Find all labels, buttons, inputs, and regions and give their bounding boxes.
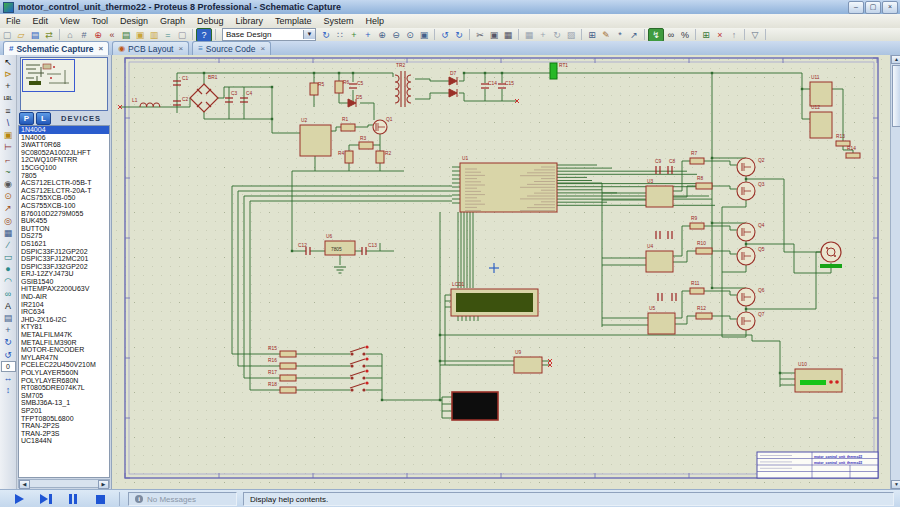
device-item[interactable]: B76010D2279M055 (19, 210, 109, 218)
zoom-to-sheet-icon[interactable]: = (161, 29, 175, 41)
device-item[interactable]: METALFILM47K (19, 331, 109, 339)
menu-library[interactable]: Library (229, 16, 269, 26)
step-button[interactable] (37, 493, 55, 505)
menu-edit[interactable]: Edit (27, 16, 55, 26)
device-item[interactable]: TFPT0805L6800 (19, 415, 109, 423)
wire-label-mode-icon[interactable]: LBL (1, 93, 15, 105)
device-item[interactable]: HITEMPAX2200U63V (19, 285, 109, 293)
maximize-button[interactable]: ▢ (865, 1, 881, 14)
label-U4[interactable]: U4 (647, 244, 653, 249)
label-R17[interactable]: R17 (268, 370, 277, 375)
redraw-icon[interactable]: ↻ (319, 29, 333, 41)
menu-design[interactable]: Design (114, 16, 154, 26)
label-C5[interactable]: C5 (357, 81, 363, 86)
device-item[interactable]: BUTTON (19, 225, 109, 233)
menu-system[interactable]: System (318, 16, 360, 26)
zoom-out-icon[interactable]: ⊖ (389, 29, 403, 41)
generator-mode-icon[interactable]: ⊙ (1, 190, 15, 202)
device-item[interactable]: 1N4006 (19, 134, 109, 142)
label-Q4[interactable]: Q4 (758, 223, 765, 228)
paste-icon[interactable]: ▦ (501, 29, 515, 41)
label-C3[interactable]: C3 (231, 91, 237, 96)
menu-help[interactable]: Help (360, 16, 391, 26)
menu-view[interactable]: View (54, 16, 85, 26)
label-RT1[interactable]: RT1 (559, 63, 568, 68)
zoom-all-icon[interactable]: ⊙ (403, 29, 417, 41)
center-at-cursor-icon[interactable]: + (361, 29, 375, 41)
help-icon[interactable]: ? (196, 28, 212, 42)
decompose-icon[interactable]: ↗ (627, 29, 641, 41)
label-R11[interactable]: R11 (691, 281, 700, 286)
label-R15[interactable]: R15 (268, 346, 277, 351)
2d-text-mode-icon[interactable]: A (1, 300, 15, 312)
device-item[interactable]: BUK455 (19, 217, 109, 225)
tape-recorder-mode-icon[interactable]: ◉ (1, 178, 15, 190)
device-item[interactable]: UC1844N (19, 437, 109, 445)
label-Q1[interactable]: Q1 (386, 117, 393, 122)
graph-mode-icon[interactable]: ~ (1, 166, 15, 178)
device-item[interactable]: METALFILM390R (19, 339, 109, 347)
device-item[interactable]: DSPIC33FJ12GP202 (19, 248, 109, 256)
device-item[interactable]: SP201 (19, 407, 109, 415)
redo-icon[interactable]: ↻ (452, 29, 466, 41)
label-R5[interactable]: R5 (318, 82, 324, 87)
component-L1[interactable] (140, 103, 160, 107)
device-pins-mode-icon[interactable]: ⌐ (1, 154, 15, 166)
label-R13[interactable]: R13 (836, 134, 845, 139)
wire-autorouter-icon[interactable]: ↯ (648, 28, 664, 42)
device-item[interactable]: TRAN-2P3S (19, 430, 109, 438)
device-item[interactable]: PCELEC22U450V210M (19, 361, 109, 369)
close-button[interactable]: × (882, 1, 898, 14)
device-item[interactable]: 15CGQ100 (19, 164, 109, 172)
design-explorer-icon[interactable]: ▤ (119, 29, 133, 41)
origin-icon[interactable]: ⊕ (91, 29, 105, 41)
virtual-instruments-mode-icon[interactable]: ▦ (1, 227, 15, 239)
label-U3[interactable]: U3 (647, 179, 653, 184)
2d-arc-mode-icon[interactable]: ◠ (1, 275, 15, 287)
component-TR2[interactable] (395, 71, 411, 107)
label-Q7[interactable]: Q7 (758, 312, 765, 317)
label-LCD1[interactable]: LCD1 (452, 282, 465, 287)
device-item[interactable]: 12CWQ10FNTRR (19, 156, 109, 164)
search-tag-icon[interactable]: ∞ (664, 29, 678, 41)
exit-to-parent-icon[interactable]: ↑ (727, 29, 741, 41)
menu-file[interactable]: File (0, 16, 27, 26)
diodes[interactable] (348, 77, 457, 107)
label-R2[interactable]: R2 (385, 151, 391, 156)
current-probe-mode-icon[interactable]: ◎ (1, 214, 15, 226)
label-R18[interactable]: R18 (268, 382, 277, 387)
toggle-grid-icon[interactable]: # (77, 29, 91, 41)
device-item[interactable]: IND-AIR (19, 293, 109, 301)
block-move-icon[interactable]: + (536, 29, 550, 41)
label-R8[interactable]: R8 (697, 176, 703, 181)
device-item[interactable]: ERJ-12ZYJ473U (19, 270, 109, 278)
menu-tool[interactable]: Tool (85, 16, 114, 26)
label-C2[interactable]: C2 (182, 97, 188, 102)
label-C1[interactable]: C1 (182, 76, 188, 81)
2d-circle-mode-icon[interactable]: ● (1, 263, 15, 275)
pick-parts-icon[interactable]: ⊞ (585, 29, 599, 41)
2d-path-mode-icon[interactable]: ∞ (1, 288, 15, 300)
2d-line-mode-icon[interactable]: ∕ (1, 239, 15, 251)
label-TR2[interactable]: TR2 (396, 63, 405, 68)
label-D5[interactable]: D5 (356, 95, 362, 100)
label-R1[interactable]: R1 (342, 117, 348, 122)
junction-dot-mode-icon[interactable]: + (1, 80, 15, 92)
device-item[interactable]: RT0805DRE074K7L (19, 384, 109, 392)
scroll-down-arrow[interactable]: ▼ (891, 480, 900, 489)
device-item[interactable]: KTY81 (19, 323, 109, 331)
label-R10[interactable]: R10 (697, 241, 706, 246)
device-item[interactable]: ACS755XCB-100 (19, 202, 109, 210)
device-item[interactable]: ACS755XCB-050 (19, 194, 109, 202)
label-U1[interactable]: U1 (462, 156, 468, 161)
stop-button[interactable] (91, 493, 109, 505)
close-icon[interactable]: × (98, 44, 103, 53)
new-root-sheet-icon[interactable]: ⊞ (699, 29, 713, 41)
device-item[interactable]: IRC634 (19, 308, 109, 316)
menu-graph[interactable]: Graph (154, 16, 191, 26)
tab-pcb-layout[interactable]: ◉PCB Layout× (112, 41, 189, 55)
schematic-canvas[interactable]: motor_control_unit_thermo22motor_control… (112, 55, 890, 489)
minimize-button[interactable]: – (848, 1, 864, 14)
label-C4[interactable]: C4 (246, 91, 252, 96)
message-panel[interactable]: i No Messages (128, 492, 237, 506)
